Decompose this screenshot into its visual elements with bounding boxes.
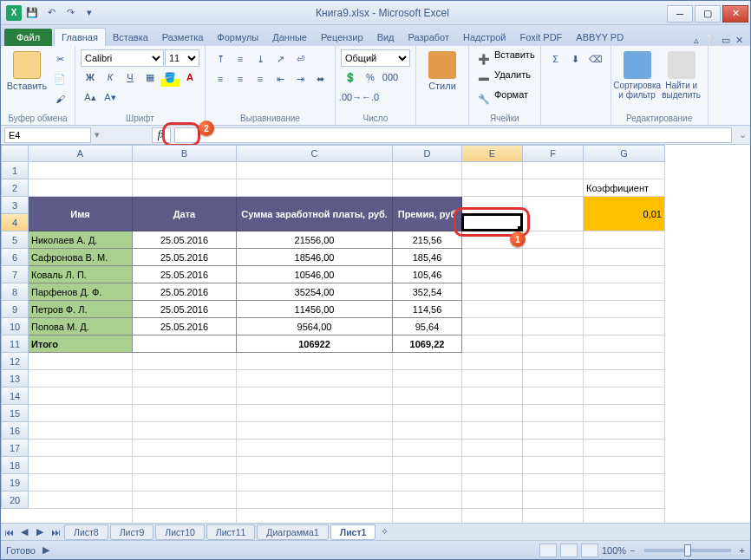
comma-button[interactable]: 000: [381, 68, 400, 87]
cell[interactable]: [523, 249, 584, 266]
normal-view-button[interactable]: [539, 544, 557, 557]
cell[interactable]: [462, 370, 523, 387]
cell[interactable]: [29, 474, 133, 492]
cell[interactable]: [237, 440, 393, 457]
tab-dev[interactable]: Разработ: [402, 29, 456, 46]
cell[interactable]: [237, 370, 393, 387]
cell[interactable]: [393, 440, 462, 457]
cell[interactable]: [523, 422, 584, 440]
bonus-2[interactable]: 105,46: [393, 266, 462, 283]
font-color-button[interactable]: A: [180, 68, 199, 87]
zoom-in-button[interactable]: +: [740, 545, 745, 556]
col-header-F[interactable]: F: [523, 145, 584, 162]
cell[interactable]: [29, 440, 133, 457]
help-icon[interactable]: ❔: [704, 35, 716, 46]
excel-logo-icon[interactable]: X: [6, 5, 22, 21]
cell[interactable]: [584, 353, 665, 370]
cell[interactable]: [584, 318, 665, 335]
row-header-19[interactable]: 19: [1, 474, 29, 492]
row-header-5[interactable]: 5: [1, 231, 29, 249]
tab-review[interactable]: Рецензир: [314, 29, 370, 46]
currency-button[interactable]: 💲: [341, 68, 360, 87]
align-center-button[interactable]: ≡: [231, 69, 250, 88]
tab-formulas[interactable]: Формулы: [210, 29, 265, 46]
header-date[interactable]: Дата: [133, 197, 237, 231]
sheet-tab-Лист9[interactable]: Лист9: [110, 524, 154, 540]
qat-dropdown[interactable]: ▾: [81, 4, 98, 22]
cell[interactable]: [584, 231, 665, 249]
cell[interactable]: [29, 162, 133, 179]
align-right-button[interactable]: ≡: [251, 69, 270, 88]
cell[interactable]: [133, 440, 237, 457]
cell[interactable]: [393, 492, 462, 509]
cell[interactable]: [584, 301, 665, 318]
format-painter-button[interactable]: 🖌: [50, 89, 69, 108]
tab-layout[interactable]: Разметка: [155, 29, 211, 46]
clear-button[interactable]: ⌫: [586, 49, 605, 68]
first-sheet-button[interactable]: ⏮: [1, 524, 16, 540]
close-button[interactable]: ✕: [722, 5, 748, 23]
cell[interactable]: [462, 266, 523, 283]
total-bonus[interactable]: 1069,22: [393, 335, 462, 353]
percent-button[interactable]: %: [361, 68, 380, 87]
new-sheet-button[interactable]: ✧: [376, 524, 392, 540]
cell[interactable]: [462, 318, 523, 335]
cell[interactable]: [462, 387, 523, 405]
select-all-button[interactable]: [1, 145, 29, 162]
prev-sheet-button[interactable]: ◀: [16, 524, 32, 540]
name-2[interactable]: Коваль Л. П.: [29, 266, 133, 283]
number-format-combo[interactable]: Общий: [341, 49, 410, 67]
cell[interactable]: [523, 492, 584, 509]
fill-button[interactable]: ⬇: [566, 49, 585, 68]
align-middle-button[interactable]: ≡: [231, 49, 250, 68]
font-size-combo[interactable]: 11: [165, 49, 199, 67]
row-header-3[interactable]: 3: [1, 197, 29, 214]
cell[interactable]: [523, 197, 584, 231]
copy-button[interactable]: 📄: [50, 69, 69, 88]
cell[interactable]: [393, 422, 462, 440]
bold-button[interactable]: Ж: [81, 68, 100, 87]
cell[interactable]: [523, 370, 584, 387]
tab-file[interactable]: Файл: [4, 29, 52, 46]
bonus-1[interactable]: 185,46: [393, 249, 462, 266]
cell[interactable]: [237, 387, 393, 405]
cell[interactable]: [584, 283, 665, 301]
cell[interactable]: [133, 387, 237, 405]
col-header-B[interactable]: B: [133, 145, 237, 162]
cell[interactable]: [462, 457, 523, 474]
cell[interactable]: [584, 387, 665, 405]
cell[interactable]: [29, 492, 133, 509]
decrease-indent-button[interactable]: ⇤: [271, 69, 290, 88]
paste-button[interactable]: Вставить: [6, 49, 48, 93]
cell[interactable]: [584, 370, 665, 387]
row-header-4[interactable]: 4: [1, 214, 29, 231]
col-header-D[interactable]: D: [393, 145, 462, 162]
next-sheet-button[interactable]: ▶: [32, 524, 48, 540]
tab-view[interactable]: Вид: [370, 29, 402, 46]
row-header-18[interactable]: 18: [1, 457, 29, 474]
shrink-font-button[interactable]: A▾: [101, 88, 120, 107]
cell[interactable]: [462, 405, 523, 422]
cell[interactable]: [29, 370, 133, 387]
zoom-out-button[interactable]: −: [630, 545, 635, 556]
align-bottom-button[interactable]: ⤓: [251, 49, 270, 68]
underline-button[interactable]: Ч: [121, 68, 140, 87]
sum-1[interactable]: 18546,00: [237, 249, 393, 266]
cell[interactable]: [584, 422, 665, 440]
cell[interactable]: [584, 405, 665, 422]
cell[interactable]: [393, 405, 462, 422]
sheet-tab-Лист1[interactable]: Лист1: [330, 524, 376, 540]
total-sum[interactable]: 106922: [237, 335, 393, 353]
cell[interactable]: [462, 283, 523, 301]
cell[interactable]: [523, 405, 584, 422]
cell[interactable]: [133, 162, 237, 179]
page-break-view-button[interactable]: [581, 544, 598, 557]
header-sum[interactable]: Сумма заработной платы, руб.: [237, 197, 393, 231]
cell[interactable]: [523, 301, 584, 318]
col-header-A[interactable]: A: [29, 145, 133, 162]
cell[interactable]: [237, 492, 393, 509]
name-box[interactable]: E4: [4, 127, 91, 143]
date-5[interactable]: 25.05.2016: [133, 318, 237, 335]
tab-home[interactable]: Главная: [54, 28, 106, 46]
cell[interactable]: [523, 231, 584, 249]
